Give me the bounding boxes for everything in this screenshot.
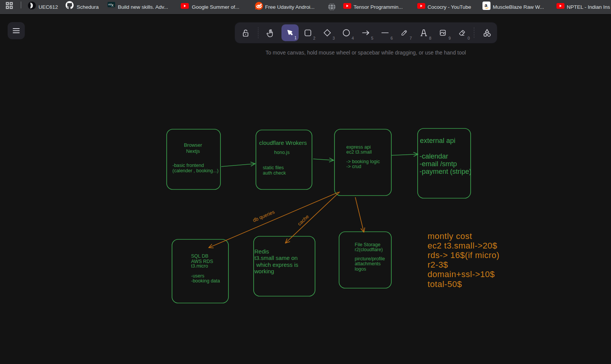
svg-text:which express is: which express is bbox=[256, 261, 298, 268]
svg-text:rds-> 16$(if micro): rds-> 16$(if micro) bbox=[428, 250, 500, 260]
svg-text:montly cost: montly cost bbox=[428, 231, 472, 241]
svg-text:external api: external api bbox=[420, 137, 455, 144]
svg-text:Browser: Browser bbox=[184, 142, 202, 148]
svg-text:0: 0 bbox=[468, 36, 470, 40]
svg-text:hono.js: hono.js bbox=[274, 150, 289, 155]
svg-text:3: 3 bbox=[333, 36, 335, 40]
svg-text:Nextjs: Nextjs bbox=[186, 148, 200, 154]
svg-text:2: 2 bbox=[313, 36, 315, 40]
svg-text:-payment (stripe): -payment (stripe) bbox=[420, 168, 471, 175]
svg-text:9: 9 bbox=[449, 36, 451, 40]
svg-text:1: 1 bbox=[294, 35, 297, 40]
svg-text:6: 6 bbox=[391, 36, 393, 40]
svg-text:ec2 t3.small->20$: ec2 t3.small->20$ bbox=[428, 241, 497, 250]
svg-text:-> crud: -> crud bbox=[346, 164, 361, 169]
svg-text:4: 4 bbox=[352, 36, 354, 40]
svg-text:working: working bbox=[254, 268, 274, 274]
svg-text:express api: express api bbox=[346, 144, 371, 150]
svg-text:total-50$: total-50$ bbox=[428, 279, 462, 289]
svg-text:5: 5 bbox=[371, 36, 373, 40]
svg-text:domain+ssl->10$: domain+ssl->10$ bbox=[428, 269, 495, 279]
svg-text:pircture/profile: pircture/profile bbox=[355, 256, 385, 261]
svg-text:t3.micro: t3.micro bbox=[191, 263, 208, 269]
svg-text:a: a bbox=[485, 2, 488, 8]
svg-text:r2-3$: r2-3$ bbox=[428, 260, 448, 269]
svg-text:-users: -users bbox=[191, 273, 204, 279]
svg-text:db queries: db queries bbox=[252, 209, 275, 223]
svg-text:8: 8 bbox=[429, 36, 431, 40]
svg-text:-booking data: -booking data bbox=[191, 278, 220, 284]
svg-text:static files: static files bbox=[263, 165, 284, 170]
svg-text:-basic frontend: -basic frontend bbox=[172, 163, 204, 168]
svg-text:t3.small same on: t3.small same on bbox=[254, 255, 297, 261]
svg-text:SQL DB: SQL DB bbox=[191, 253, 208, 259]
svg-text:Redis: Redis bbox=[254, 248, 269, 255]
svg-text:cloudflare Wrokers: cloudflare Wrokers bbox=[259, 140, 307, 146]
svg-text:attachments: attachments bbox=[355, 261, 381, 266]
svg-text:-> booking logic: -> booking logic bbox=[346, 159, 380, 164]
svg-text:File Storage: File Storage bbox=[355, 242, 380, 247]
svg-text:-email /smtp: -email /smtp bbox=[420, 160, 457, 168]
svg-text:-calendar: -calendar bbox=[420, 152, 448, 160]
svg-text:x: x bbox=[111, 3, 114, 7]
svg-text:cache: cache bbox=[296, 213, 310, 227]
svg-text:(calender , booking...): (calender , booking...) bbox=[172, 168, 219, 173]
svg-text:auth check: auth check bbox=[263, 170, 286, 176]
svg-text:7: 7 bbox=[410, 36, 412, 40]
svg-text:logos: logos bbox=[355, 266, 366, 272]
svg-text:r2(cloudflare): r2(cloudflare) bbox=[355, 247, 383, 252]
svg-text:ec2 t3.small: ec2 t3.small bbox=[346, 149, 372, 155]
